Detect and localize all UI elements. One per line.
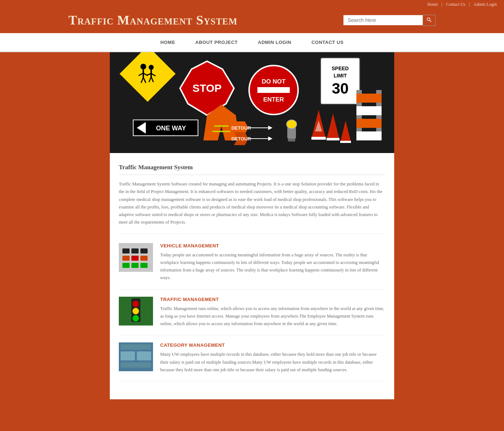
page-footer (0, 399, 504, 431)
feature-title: CATEGORY MANAGEMENT (160, 342, 385, 348)
svg-text:ENTER: ENTER (263, 96, 284, 103)
top-contact-link[interactable]: Contact Us (446, 2, 465, 7)
svg-rect-45 (327, 138, 339, 140)
search-icon (427, 17, 432, 22)
feature-item: TRAFFIC MANAGEMENT Traffic Management ru… (119, 297, 385, 336)
svg-text:ONE WAY: ONE WAY (156, 125, 186, 132)
svg-text:STOP: STOP (192, 82, 221, 94)
svg-rect-51 (356, 106, 382, 115)
svg-rect-76 (121, 344, 151, 350)
feature-text: Many UW employees have multiple records … (160, 351, 385, 374)
svg-rect-64 (140, 256, 148, 261)
svg-rect-75 (137, 351, 151, 360)
svg-rect-61 (140, 248, 148, 253)
svg-rect-77 (121, 362, 151, 368)
nav-about[interactable]: ABOUT PROJECT (185, 33, 248, 51)
thumbnail-svg (119, 342, 153, 371)
svg-point-71 (132, 308, 139, 314)
nav-home[interactable]: HOME (150, 33, 185, 51)
nav-contact[interactable]: CONTACT US (301, 33, 354, 51)
feature-content: CATEGORY MANAGEMENT Many UW employees ha… (160, 342, 385, 374)
svg-rect-19 (257, 87, 290, 93)
svg-rect-57 (288, 139, 295, 142)
feature-item: VEHICLE MANAGEMENT Today people are accu… (119, 243, 385, 289)
svg-rect-66 (131, 263, 139, 268)
separator-1: | (442, 2, 442, 7)
svg-rect-53 (356, 131, 382, 140)
feature-item: CATEGORY MANAGEMENT Many UW employees ha… (119, 342, 385, 381)
svg-rect-67 (140, 263, 148, 268)
hero-svg: STOP DO NOT ENTER SPEED LIMIT 30 (110, 52, 394, 153)
svg-rect-60 (131, 248, 139, 253)
top-bar: Home | Contact Us | Admin Login (0, 0, 504, 9)
svg-point-4 (140, 64, 146, 69)
svg-rect-74 (121, 351, 135, 360)
search-container (343, 15, 436, 26)
top-home-link[interactable]: Home (427, 2, 438, 7)
page-description: Traffic Management System Software creat… (119, 180, 385, 234)
nav-admin[interactable]: ADMIN LOGIN (248, 33, 301, 51)
svg-rect-65 (122, 263, 130, 268)
svg-text:SPEED: SPEED (332, 66, 348, 71)
svg-rect-63 (131, 256, 139, 261)
svg-point-72 (132, 315, 139, 322)
svg-text:30: 30 (332, 80, 349, 97)
site-title: Traffic Management System (68, 13, 238, 28)
navigation-bar: HOME ABOUT PROJECT ADMIN LOGIN CONTACT U… (0, 33, 504, 52)
separator-2: | (469, 2, 470, 7)
main-wrapper: STOP DO NOT ENTER SPEED LIMIT 30 (110, 52, 394, 399)
svg-rect-42 (311, 137, 326, 140)
svg-rect-47 (340, 141, 351, 143)
hero-image: STOP DO NOT ENTER SPEED LIMIT 30 (110, 52, 394, 153)
thumbnail-svg (119, 243, 153, 272)
svg-text:DETOUR: DETOUR (231, 136, 251, 142)
page-title: Traffic Management System (119, 164, 385, 175)
feature-thumbnail (119, 342, 153, 371)
svg-point-70 (132, 301, 139, 307)
svg-rect-50 (356, 94, 382, 103)
thumbnail-svg (119, 297, 153, 326)
site-header: Traffic Management System (0, 9, 504, 33)
feature-content: VEHICLE MANAGEMENT Today people are accu… (160, 243, 385, 282)
top-admin-link[interactable]: Admin Login (473, 2, 497, 7)
svg-point-0 (427, 18, 430, 21)
feature-content: TRAFFIC MANAGEMENT Traffic Management ru… (160, 297, 385, 328)
svg-text:DO NOT: DO NOT (262, 78, 286, 85)
svg-rect-59 (122, 248, 130, 253)
content-area: Traffic Management System Traffic Manage… (110, 153, 394, 399)
svg-rect-52 (356, 119, 382, 128)
features-list: VEHICLE MANAGEMENT Today people are accu… (119, 243, 385, 382)
svg-rect-62 (122, 256, 130, 261)
main-nav: HOME ABOUT PROJECT ADMIN LOGIN CONTACT U… (150, 33, 354, 51)
svg-text:DETOUR: DETOUR (231, 125, 251, 131)
svg-point-10 (149, 65, 154, 70)
feature-title: TRAFFIC MANAGEMENT (160, 297, 385, 302)
feature-thumbnail (119, 243, 153, 272)
search-input[interactable] (343, 15, 423, 25)
svg-point-56 (287, 120, 297, 129)
feature-thumbnail (119, 297, 153, 326)
svg-line-1 (430, 20, 432, 22)
feature-text: Today people are accustomed to accessing… (160, 251, 385, 282)
feature-title: VEHICLE MANAGEMENT (160, 243, 385, 248)
svg-text:LIMIT: LIMIT (334, 73, 347, 78)
search-button[interactable] (423, 15, 436, 26)
feature-text: Traffic Management runs online, which al… (160, 305, 385, 328)
